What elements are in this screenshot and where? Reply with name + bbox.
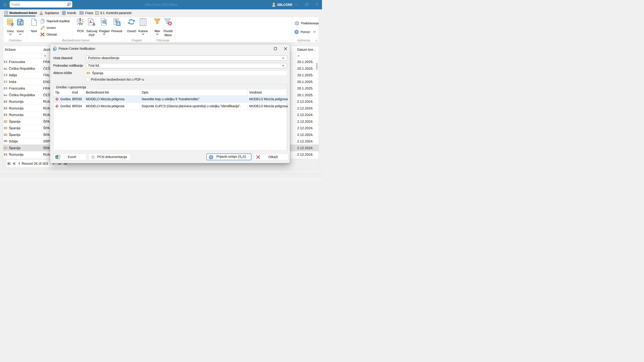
- svg-text:?: ?: [296, 30, 297, 33]
- svg-text:X: X: [56, 156, 58, 159]
